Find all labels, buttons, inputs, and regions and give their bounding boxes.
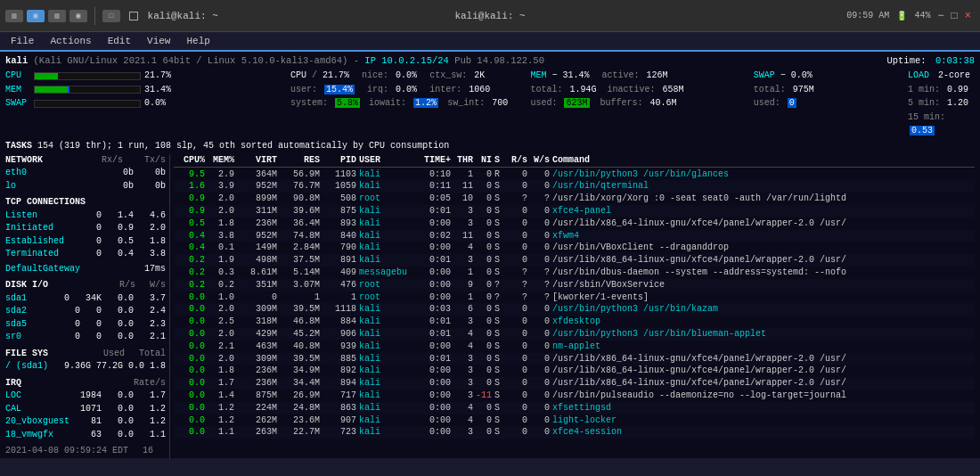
proc-res: 3.07M [280, 279, 320, 291]
proc-pid: 840 [323, 230, 356, 242]
proc-ws: 0 [530, 168, 550, 181]
proc-s: S [494, 426, 505, 439]
menu-edit[interactable]: Edit [101, 34, 138, 48]
menu-file[interactable]: File [4, 34, 41, 48]
table-row: 0.0 1.1 263M 22.7M 723 kali 0:00 3 0 S 0… [174, 426, 975, 439]
proc-mem: 2.5 [208, 316, 234, 328]
proc-virt: 952M [237, 180, 277, 193]
proc-mem: 2.0 [208, 193, 234, 205]
info-bar: kali (Kali GNU/Linux 2021.1 64bit / Linu… [5, 54, 975, 67]
proc-pid: 906 [323, 328, 356, 341]
menu-view[interactable]: View [140, 34, 177, 48]
proc-cmd: /usr/bin/VBoxClient --draganddrop [552, 242, 975, 254]
mem-details: MEM − 31.4% active: 126M total: 1.94G in… [530, 69, 753, 138]
proc-mem: 1.8 [208, 365, 234, 377]
disk-sda5: sda5 0 0 0.0 2.3 [5, 318, 166, 332]
load-row3: 5 min: 1.20 [908, 96, 975, 111]
disk-sda1: sda1 0 34K 0.0 3.7 [5, 292, 166, 306]
menu-actions[interactable]: Actions [43, 34, 98, 48]
cpu-bar-container [34, 72, 141, 80]
minimize-button[interactable]: − [937, 10, 943, 22]
menu-help[interactable]: Help [179, 34, 216, 48]
taskbar-icon-4[interactable]: ▣ [69, 10, 87, 22]
proc-s: S [494, 230, 505, 242]
proc-ws: 0 [530, 341, 550, 353]
load-15min-val: 0.53 [910, 126, 935, 135]
table-row: 0.0 1.4 875M 26.9M 717 kali 0:00 3 -11 S… [174, 390, 975, 402]
proc-res: 39.5M [280, 353, 320, 365]
swap-detail-row1: SWAP − 0.0% [754, 69, 908, 83]
proc-res: 34.4M [280, 377, 320, 390]
proc-res: 2.84M [280, 242, 320, 254]
proc-res: 39.6M [280, 205, 320, 217]
hostname-label: kali [5, 55, 28, 66]
proc-cmd: xfdesktop [552, 316, 975, 328]
proc-ws: 0 [530, 254, 550, 267]
proc-user: messagebu [359, 267, 408, 279]
proc-res: 22.7M [280, 426, 320, 439]
proc-pid: 1118 [323, 303, 356, 316]
network-section: NETWORK Rx/s Tx/s eth0 0b 0b lo 0b 0b [5, 154, 166, 193]
proc-cmd: /usr/bin/pulseaudio --daemonize=no --log… [552, 390, 975, 402]
tcp-listen: Listen 0 1.4 4.6 [5, 209, 166, 223]
proc-thr: 4 [453, 242, 473, 254]
proc-res: 37.5M [280, 254, 320, 267]
window-title: kali@kali: ~ [454, 11, 525, 21]
proc-res: 36.4M [280, 217, 320, 230]
proc-ws: 0 [530, 328, 550, 341]
proc-mem: 2.0 [208, 303, 234, 316]
proc-rs: 0 [508, 390, 527, 402]
proc-thr: 6 [453, 303, 473, 316]
taskbar-icon-2[interactable]: ▣ [27, 10, 45, 22]
proc-cpu: 0.0 [174, 377, 205, 390]
load-section: LOAD 2-core 1 min: 0.99 5 min: 1.20 15 m… [908, 69, 975, 138]
proc-pid: 476 [323, 279, 356, 291]
proc-ni: 0 [476, 254, 492, 267]
proc-pid: 717 [323, 390, 356, 402]
cpu-user-val: 15.4% [324, 85, 355, 94]
proc-ni: 0 [476, 193, 492, 205]
proc-rs: 0 [508, 217, 527, 230]
table-row: 0.4 3.8 952M 74.8M 840 kali 0:02 11 0 S … [174, 230, 975, 242]
proc-rs: ? [508, 279, 527, 291]
proc-mem: 1.1 [208, 426, 234, 439]
proc-time: 0:00 [411, 279, 451, 291]
battery-level: 44% [914, 11, 930, 21]
proc-pid: 409 [323, 267, 356, 279]
proc-cmd: nm-applet [552, 341, 975, 353]
proc-ws: 0 [530, 402, 550, 414]
proc-pid: 863 [323, 402, 356, 414]
cpu-bar-green [35, 73, 58, 79]
taskbar-icon-5[interactable]: □ [102, 10, 120, 22]
table-row: 0.2 1.9 498M 37.5M 891 kali 0:01 3 0 S 0… [174, 254, 975, 267]
close-button[interactable]: × [965, 10, 971, 22]
network-header: NETWORK Rx/s Tx/s [5, 154, 166, 168]
proc-time: 0:01 [411, 353, 451, 365]
taskbar-icon-3[interactable]: ▤ [48, 10, 66, 22]
taskbar-icon-1[interactable]: ▤ [5, 10, 23, 22]
mem-bar-container [34, 86, 141, 94]
irq-loc: LOC 1984 0.0 1.7 [5, 390, 166, 403]
proc-mem: 2.0 [208, 205, 234, 217]
proc-user: kali [359, 414, 408, 427]
col-rs-label: R/s [508, 154, 527, 167]
proc-mem: 2.1 [208, 341, 234, 353]
proc-user: kali [359, 365, 408, 377]
proc-s: S [494, 402, 505, 414]
taskbar-separator [94, 7, 95, 25]
proc-pid: 1 [323, 291, 356, 304]
proc-cpu: 0.0 [174, 316, 205, 328]
proc-pid: 508 [323, 193, 356, 205]
proc-thr: 4 [453, 414, 473, 427]
tcp-terminated: Terminated 0 0.4 3.8 [5, 248, 166, 261]
proc-cmd: light-locker [552, 414, 975, 427]
proc-res: 26.9M [280, 390, 320, 402]
right-panel: CPU% MEM% VIRT RES PID USER TIME+ THR NI… [170, 154, 975, 458]
proc-pid: 723 [323, 426, 356, 439]
proc-rs: 0 [508, 168, 527, 181]
proc-rs: 0 [508, 377, 527, 390]
proc-cmd: /usr/lib/x86_64-linux-gnu/xfce4/panel/wr… [552, 217, 975, 230]
proc-user: kali [359, 426, 408, 439]
proc-cpu: 0.0 [174, 426, 205, 439]
maximize-button[interactable]: □ [951, 10, 958, 22]
